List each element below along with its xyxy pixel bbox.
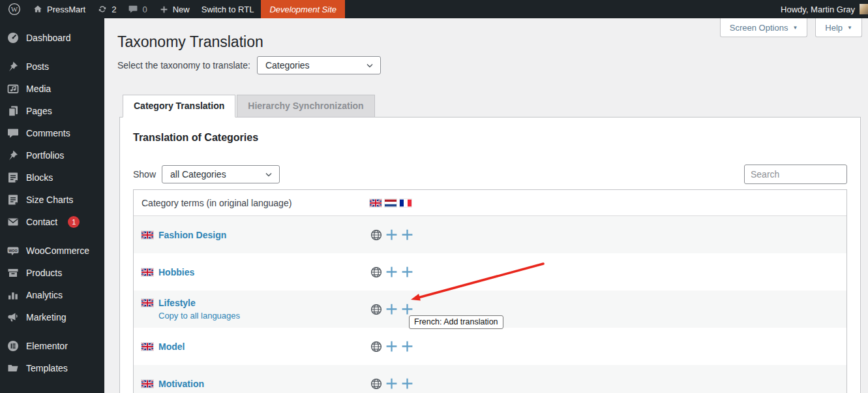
add-translation-french-icon[interactable] bbox=[400, 265, 414, 279]
woocommerce-icon: WOO bbox=[7, 244, 20, 257]
taxonomy-select-label: Select the taxonomy to translate: bbox=[117, 60, 250, 71]
pages-icon bbox=[7, 104, 20, 118]
site-link[interactable]: PressMart bbox=[27, 0, 91, 18]
english-flag-icon bbox=[142, 380, 153, 388]
add-translation-french-icon[interactable] bbox=[400, 339, 414, 353]
sidebar-item-pages[interactable]: Pages bbox=[0, 100, 104, 122]
show-label: Show bbox=[133, 169, 156, 180]
comment-icon bbox=[7, 127, 20, 140]
original-language-globe-icon[interactable] bbox=[370, 266, 383, 279]
environment-badge: Development Site bbox=[261, 0, 345, 18]
sidebar-item-contact[interactable]: Contact 1 bbox=[0, 211, 104, 233]
updates-icon bbox=[97, 4, 108, 14]
admin-sidebar: Dashboard Posts Media Pages Comments Por… bbox=[0, 18, 104, 393]
screen-options-button[interactable]: Screen Options ▼ bbox=[720, 18, 808, 37]
comments-link[interactable]: 0 bbox=[122, 0, 153, 18]
copy-to-all-languages-link[interactable]: Copy to all languages bbox=[158, 311, 240, 321]
term-link[interactable]: Fashion Design bbox=[158, 230, 226, 240]
account-menu[interactable]: Howdy, Martin Gray bbox=[775, 0, 868, 18]
dutch-flag-icon bbox=[385, 199, 397, 207]
howdy-text: Howdy, Martin Gray bbox=[781, 5, 855, 14]
add-translation-dutch-icon[interactable] bbox=[385, 339, 398, 353]
english-flag-icon bbox=[142, 343, 153, 351]
document-icon bbox=[7, 193, 20, 206]
original-language-globe-icon[interactable] bbox=[370, 340, 383, 353]
sidebar-item-elementor[interactable]: Elementor bbox=[0, 335, 104, 357]
french-flag-icon bbox=[400, 199, 412, 207]
add-translation-dutch-icon[interactable] bbox=[385, 228, 398, 242]
tab-category-translation[interactable]: Category Translation bbox=[123, 95, 235, 118]
original-language-globe-icon[interactable] bbox=[370, 303, 383, 316]
term-link[interactable]: Lifestyle bbox=[158, 298, 196, 308]
comments-count: 0 bbox=[142, 5, 147, 14]
table-row: Motivation bbox=[134, 365, 846, 393]
panel-heading: Translation of Categories bbox=[133, 132, 847, 144]
translation-panel: Translation of Categories Show all Categ… bbox=[119, 117, 861, 393]
chevron-down-icon: ▼ bbox=[847, 25, 852, 31]
sidebar-item-media[interactable]: Media bbox=[0, 78, 104, 100]
add-translation-dutch-icon[interactable] bbox=[385, 302, 398, 316]
pushpin-icon bbox=[7, 60, 20, 73]
sidebar-item-blocks[interactable]: Blocks bbox=[0, 166, 104, 189]
wordpress-logo-icon: W bbox=[8, 3, 21, 16]
new-content-button[interactable]: New bbox=[153, 0, 196, 18]
taxonomy-select[interactable]: Categories bbox=[257, 56, 381, 74]
megaphone-icon bbox=[7, 311, 20, 324]
term-link[interactable]: Hobbies bbox=[158, 267, 194, 277]
english-flag-icon bbox=[142, 299, 153, 307]
table-row: Hobbies bbox=[134, 253, 846, 291]
add-translation-french-icon[interactable] bbox=[400, 377, 414, 390]
plus-icon bbox=[159, 5, 169, 14]
add-translation-dutch-icon[interactable] bbox=[385, 265, 398, 279]
help-button[interactable]: Help ▼ bbox=[815, 18, 862, 37]
add-translation-french-icon[interactable] bbox=[400, 228, 414, 242]
archive-box-icon bbox=[7, 266, 20, 279]
original-language-globe-icon[interactable] bbox=[370, 377, 383, 390]
chevron-down-icon bbox=[263, 169, 274, 180]
admin-bar: W PressMart 2 0 New Switch to RTL Develo… bbox=[0, 0, 868, 18]
svg-text:W: W bbox=[11, 5, 18, 13]
sidebar-item-products[interactable]: Products bbox=[0, 262, 104, 284]
chevron-down-icon: ▼ bbox=[792, 25, 798, 31]
sidebar-item-posts[interactable]: Posts bbox=[0, 55, 104, 78]
new-label: New bbox=[173, 5, 190, 14]
updates-count: 2 bbox=[112, 5, 116, 14]
term-link[interactable]: Model bbox=[158, 341, 185, 352]
add-translation-french-icon[interactable] bbox=[400, 302, 414, 316]
sidebar-item-comments[interactable]: Comments bbox=[0, 122, 104, 144]
french-add-translation-tooltip: French: Add translation bbox=[409, 315, 503, 329]
table-header-row: Category terms (in original language) bbox=[134, 190, 846, 216]
sidebar-item-templates[interactable]: Templates bbox=[0, 357, 104, 379]
folder-icon bbox=[7, 362, 20, 375]
chevron-down-icon bbox=[365, 60, 375, 71]
updates-link[interactable]: 2 bbox=[91, 0, 122, 18]
pushpin-icon bbox=[7, 149, 20, 162]
sidebar-item-analytics[interactable]: Analytics bbox=[0, 284, 104, 306]
wordpress-menu[interactable]: W bbox=[0, 0, 27, 18]
document-icon bbox=[7, 171, 20, 184]
home-icon bbox=[33, 4, 43, 14]
dashboard-icon bbox=[7, 31, 20, 44]
add-translation-dutch-icon[interactable] bbox=[385, 377, 398, 390]
english-flag-icon bbox=[370, 199, 382, 207]
show-filter-select[interactable]: all Categories bbox=[162, 165, 280, 183]
term-link[interactable]: Motivation bbox=[158, 379, 204, 389]
sidebar-item-portfolios[interactable]: Portfolios bbox=[0, 144, 104, 166]
sidebar-item-dashboard[interactable]: Dashboard bbox=[0, 27, 104, 49]
search-input[interactable] bbox=[744, 165, 847, 184]
site-name: PressMart bbox=[47, 5, 85, 14]
tab-hierarchy-synchronization[interactable]: Hierarchy Synchronization bbox=[237, 95, 374, 118]
sidebar-item-size-charts[interactable]: Size Charts bbox=[0, 189, 104, 211]
table-row: Model bbox=[134, 328, 846, 365]
switch-to-rtl-link[interactable]: Switch to RTL bbox=[196, 0, 260, 18]
svg-text:WOO: WOO bbox=[8, 249, 17, 253]
original-language-globe-icon[interactable] bbox=[370, 228, 383, 242]
sidebar-item-marketing[interactable]: Marketing bbox=[0, 306, 104, 328]
english-flag-icon bbox=[142, 231, 153, 239]
translation-table: Category terms (in original language) Fa… bbox=[133, 189, 847, 393]
media-icon bbox=[7, 82, 20, 95]
elementor-icon bbox=[7, 339, 20, 353]
envelope-icon bbox=[7, 215, 20, 228]
main-content: Screen Options ▼ Help ▼ Taxonomy Transla… bbox=[104, 18, 868, 393]
sidebar-item-woocommerce[interactable]: WOO WooCommerce bbox=[0, 240, 104, 262]
